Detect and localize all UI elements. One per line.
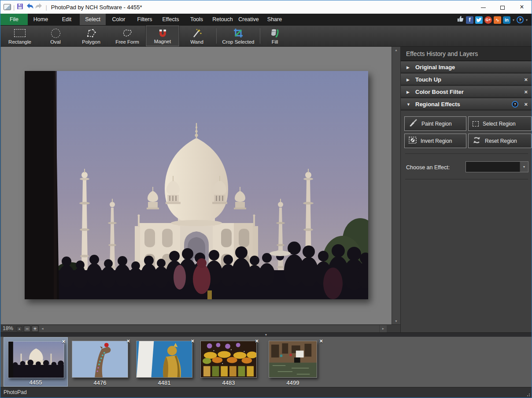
redo-icon[interactable] [34, 3, 43, 11]
scroll-left-icon[interactable]: ◄ [41, 325, 44, 332]
effect-dropdown[interactable]: ▾ [466, 161, 528, 172]
tab-creative[interactable]: Creative [236, 14, 262, 25]
fill-bucket-icon [262, 27, 288, 39]
invert-region-button[interactable]: Invert Region [404, 134, 466, 148]
thumbnail-4481[interactable]: × 4481 [132, 337, 196, 387]
canvas-horizontal-scrollbar[interactable]: ◄ [39, 325, 379, 332]
main-photo-taj-mahal[interactable] [25, 71, 368, 299]
thumbnail-4483[interactable]: × 4483 [196, 337, 261, 387]
thumbnail-id: 4499 [261, 379, 325, 386]
tab-effects[interactable]: Effects [158, 14, 184, 25]
expand-icon[interactable]: ▶ [406, 86, 410, 98]
close-thumbnail-icon[interactable]: × [62, 338, 65, 345]
tool-oval[interactable]: Oval [37, 26, 74, 46]
expand-icon[interactable]: ▶ [406, 74, 410, 86]
panel-title: Effects History and Layers [401, 47, 532, 61]
thumbnail-image-ghats[interactable] [269, 341, 317, 378]
choose-effect-label: Choose an Effect: [406, 162, 450, 173]
save-icon[interactable] [17, 3, 23, 11]
thumbnail-4476[interactable]: × 4476 [68, 337, 132, 387]
zoom-level[interactable]: 18% [3, 325, 13, 331]
canvas-vertical-scrollbar[interactable]: ▲ ▼ [392, 47, 400, 324]
tab-color[interactable]: Color [106, 14, 132, 25]
tab-select[interactable]: Select [80, 14, 106, 25]
collapse-icon[interactable]: ▼ [406, 98, 410, 111]
magnet-icon [146, 28, 179, 39]
thumbnail-4499[interactable]: × 4499 [261, 337, 325, 387]
tab-edit[interactable]: Edit [54, 14, 80, 25]
title-bar: | | PhotoPad by NCH Software - 4455* × [0, 0, 532, 14]
section-regional-effects[interactable]: ▼ Regional Effects ? × [401, 98, 532, 111]
crop-icon [218, 27, 258, 39]
tool-crop-selected[interactable]: Crop Selected [218, 26, 258, 46]
invert-region-icon [409, 137, 417, 145]
zoom-spinner-icon[interactable]: ▲ [17, 326, 22, 331]
nch-wave-icon[interactable]: ∿ [494, 16, 501, 24]
remove-effect-icon[interactable]: × [524, 86, 528, 98]
ribbon-tab-bar: File Home Edit Select Color Filters Effe… [0, 14, 532, 26]
scroll-right-icon[interactable]: ► [380, 325, 387, 332]
thumbnail-id: 4476 [68, 379, 132, 386]
thumbnail-image-market[interactable] [200, 341, 257, 378]
tab-home[interactable]: Home [28, 14, 54, 25]
close-thumbnail-icon[interactable]: × [126, 338, 130, 344]
section-help-icon[interactable]: ? [512, 101, 518, 108]
section-original-image[interactable]: ▶ Original Image [401, 61, 532, 74]
close-button[interactable]: × [512, 0, 532, 14]
tool-free-form[interactable]: Free Form [109, 26, 146, 46]
photopad-window: | | PhotoPad by NCH Software - 4455* × F… [0, 0, 532, 398]
chevron-down-icon[interactable]: ▾ [512, 18, 515, 22]
undo-icon[interactable] [26, 3, 34, 11]
reset-region-button[interactable]: Reset Region [468, 134, 532, 148]
zoom-in-button[interactable]: + [32, 326, 38, 332]
tab-share[interactable]: Share [262, 14, 288, 25]
remove-effect-icon[interactable]: × [524, 98, 528, 111]
resize-grip[interactable] [525, 392, 530, 396]
select-toolbar: Rectangle Oval Polygon Free Form Magnet [0, 26, 532, 47]
close-thumbnail-icon[interactable]: × [319, 338, 323, 344]
toolbar-separator [260, 28, 260, 44]
oval-select-icon [37, 27, 74, 39]
twitter-icon[interactable] [475, 16, 483, 24]
window-title: PhotoPad by NCH Software - 4455* [51, 4, 142, 11]
close-thumbnail-icon[interactable]: × [255, 338, 259, 344]
tool-polygon[interactable]: Polygon [74, 26, 109, 46]
rectangle-select-icon [2, 27, 37, 39]
effects-history-panel: Effects History and Layers ▶ Original Im… [400, 47, 532, 332]
linkedin-icon[interactable]: in [503, 16, 510, 24]
google-plus-icon[interactable]: G+ [484, 16, 492, 24]
section-color-boost[interactable]: ▶ Color Boost Filter × [401, 86, 532, 98]
thumbnail-4455[interactable]: × 4455 [4, 337, 68, 387]
tool-magnet[interactable]: Magnet [146, 26, 179, 46]
editor-canvas[interactable] [1, 47, 392, 324]
tab-file[interactable]: File [0, 14, 28, 25]
paint-region-button[interactable]: Paint Region [404, 116, 466, 131]
dropdown-arrow-icon[interactable]: ▾ [520, 162, 528, 172]
chevron-down-icon[interactable]: ▾ [525, 18, 528, 22]
like-thumb-icon[interactable] [457, 15, 464, 24]
expand-icon[interactable]: ▶ [406, 61, 410, 74]
tool-fill[interactable]: Fill [262, 26, 288, 46]
tool-rectangle[interactable]: Rectangle [2, 26, 37, 46]
panel-separator [405, 153, 528, 154]
scroll-down-icon[interactable]: ▼ [392, 318, 400, 324]
close-thumbnail-icon[interactable]: × [191, 338, 194, 344]
thumbnail-image-buddha[interactable] [136, 341, 192, 378]
help-icon[interactable]: ? [517, 16, 524, 23]
thumbnail-image-camel[interactable] [72, 341, 128, 378]
tab-filters[interactable]: Filters [132, 14, 158, 25]
scroll-up-icon[interactable]: ▲ [392, 47, 400, 53]
thumbnail-image-taj-mahal[interactable] [8, 341, 64, 378]
zoom-out-button[interactable]: − [24, 326, 30, 332]
maximize-button[interactable] [493, 0, 512, 14]
tab-tools[interactable]: Tools [184, 14, 210, 25]
minimize-button[interactable] [473, 0, 493, 14]
filmstrip-collapse-handle[interactable]: ▼ [0, 332, 532, 337]
section-touch-up[interactable]: ▶ Touch Up × [401, 74, 532, 86]
filmstrip: × 4455 × 4476 [0, 337, 532, 387]
select-region-button[interactable]: Select Region [468, 116, 532, 131]
tab-retouch[interactable]: Retouch [210, 14, 236, 25]
facebook-icon[interactable]: f [466, 16, 473, 24]
remove-effect-icon[interactable]: × [524, 74, 528, 86]
tool-wand[interactable]: Wand [179, 26, 214, 46]
